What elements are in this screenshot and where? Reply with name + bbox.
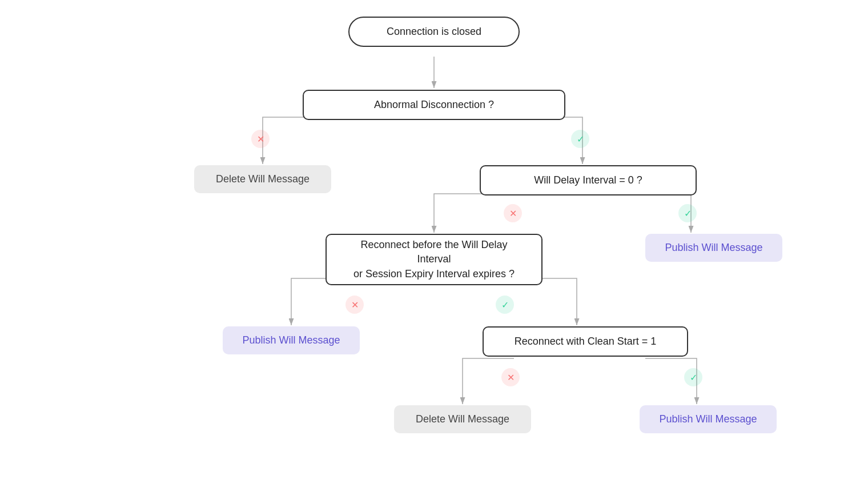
node-reconnect-before: Reconnect before the Will Delay Interval… bbox=[326, 234, 542, 285]
node-publish-will-bottom: Publish Will Message bbox=[640, 405, 777, 433]
node-delete-will-bottom: Delete Will Message bbox=[394, 405, 531, 433]
check-icon-delay-yes: ✓ bbox=[678, 204, 697, 222]
cross-icon-abnormal-no: ✕ bbox=[251, 130, 270, 148]
check-icon-reconnect-yes: ✓ bbox=[496, 296, 514, 314]
node-delete-will-left: Delete Will Message bbox=[194, 165, 331, 193]
node-publish-will-right1: Publish Will Message bbox=[645, 234, 782, 262]
cross-icon-reconnect-no: ✕ bbox=[345, 296, 364, 314]
cross-icon-delay-no: ✕ bbox=[504, 204, 522, 222]
node-abnormal-disconnection: Abnormal Disconnection ? bbox=[303, 90, 565, 120]
cross-icon-clean-no: ✕ bbox=[501, 368, 520, 386]
flowchart-diagram: Connection is closed Abnormal Disconnect… bbox=[148, 5, 720, 474]
node-will-delay-interval: Will Delay Interval = 0 ? bbox=[480, 165, 697, 195]
node-publish-will-left2: Publish Will Message bbox=[223, 326, 360, 354]
node-connection-closed: Connection is closed bbox=[348, 17, 520, 47]
check-icon-abnormal-yes: ✓ bbox=[571, 130, 589, 148]
node-reconnect-clean: Reconnect with Clean Start = 1 bbox=[483, 326, 688, 357]
check-icon-clean-yes: ✓ bbox=[684, 368, 702, 386]
